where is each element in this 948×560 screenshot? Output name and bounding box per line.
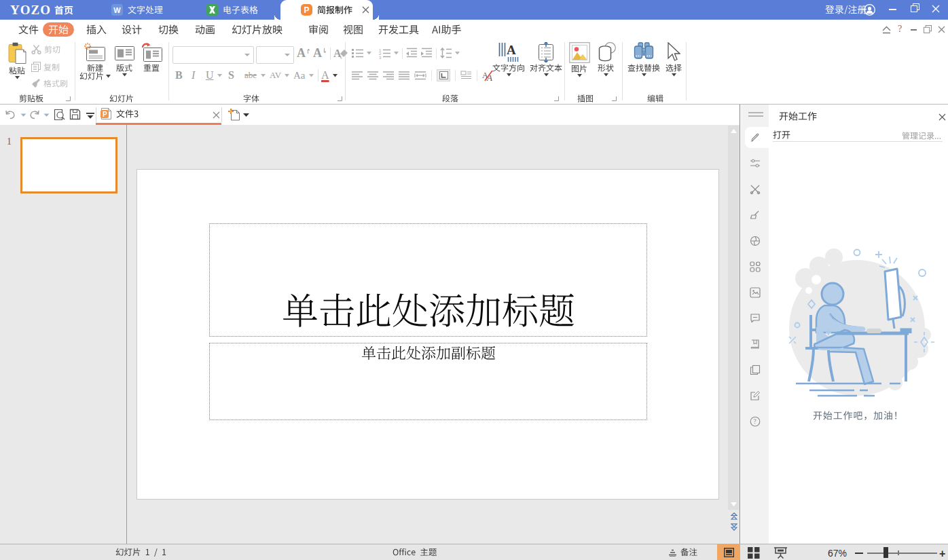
svg-text:A: A	[507, 43, 516, 57]
svg-text:?: ?	[753, 418, 756, 425]
svg-text:P: P	[103, 111, 107, 118]
svg-text:3: 3	[379, 56, 382, 60]
